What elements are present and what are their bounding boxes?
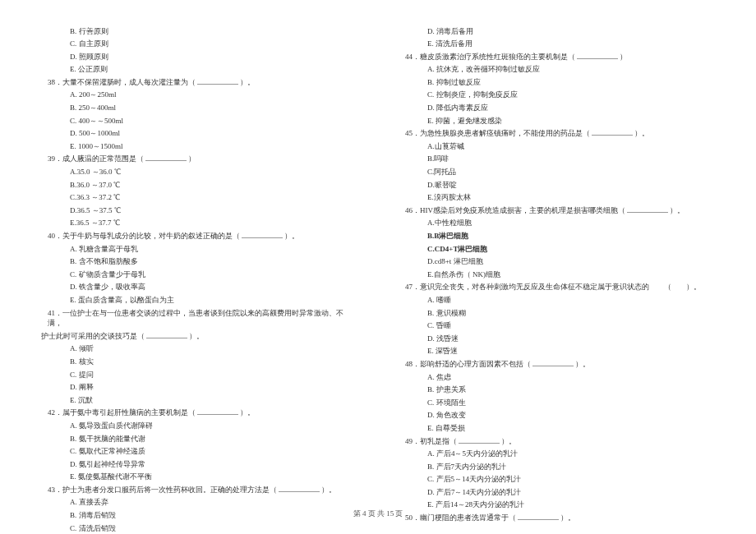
q39-opt-B: B.36.0 ～37.0 ℃ [41, 178, 357, 191]
q44-opt-E: E. 抑菌，避免继发感染 [399, 114, 715, 127]
question-49: 49．初乳是指（）。 [399, 435, 715, 448]
q47-opt-D: D. 浅昏迷 [399, 332, 715, 345]
blank-fill [197, 407, 238, 415]
q39-opt-A: A.35.0 ～36.0 ℃ [41, 166, 357, 179]
blank-fill [145, 154, 187, 161]
question-39: 39．成人腋温的正常范围是（） [41, 153, 357, 166]
question-41-line1: 41．一位护士在与一位患者交谈的过程中，当患者谈到住院以来的高额费用时异常激动、… [41, 306, 357, 329]
q38-opt-A: A. 200～250ml [41, 89, 357, 102]
question-45: 45．为急性胰腺炎患者解痉镇痛时，不能使用的药品是（）。 [399, 127, 715, 140]
q39-opt-D: D.36.5 ～37.5 ℃ [41, 204, 357, 217]
q43-opt-E: E. 清洗后备用 [399, 38, 715, 51]
q44-opt-A: A. 抗休克，改善循环抑制过敏反应 [399, 63, 715, 76]
q44-opt-C: C. 控制炎症，抑制免疫反应 [399, 89, 715, 102]
q40-opt-D: D. 铁含量少，吸收率高 [41, 281, 357, 294]
q44-opt-B: B. 抑制过敏反应 [399, 76, 715, 89]
q42-opt-D: D. 氨引起神经传导异常 [41, 458, 357, 471]
q43-opt-D: D. 消毒后备用 [399, 25, 715, 38]
q48-opt-B: B. 护患关系 [399, 384, 715, 397]
footer-prefix: 第 [353, 509, 362, 518]
q47-opt-E: E. 深昏迷 [399, 345, 715, 358]
blank-fill [627, 205, 668, 213]
question-46: 46．HIV感染后对免疫系统造成损害，主要的机理是损害哪类细胞（）。 [399, 204, 715, 217]
q43-opt-A: A. 直接丢弃 [41, 496, 357, 509]
q48-opt-A: A. 焦虑 [399, 371, 715, 384]
footer-total: 15 [386, 509, 394, 518]
q45-opt-A: A.山莨菪碱 [399, 140, 715, 153]
q37-opt-B: B. 行善原则 [41, 25, 357, 38]
q42-opt-E: E. 氨使氨基酸代谢不平衡 [41, 471, 357, 484]
q38-opt-C: C. 400～～500ml [41, 114, 357, 127]
q47-opt-C: C. 昏睡 [399, 320, 715, 333]
q37-opt-C: C. 自主原则 [41, 38, 357, 51]
q42-opt-B: B. 氨干扰脑的能量代谢 [41, 432, 357, 445]
blank-fill [592, 128, 633, 136]
blank-fill [197, 77, 238, 85]
q46-opt-D: D.cd8+t 淋巴细胞 [399, 255, 715, 269]
question-43: 43．护士为患者分发口服药后将一次性药杯收回。正确的处理方法是（）。 [41, 483, 357, 496]
q45-opt-E: E.溴丙胺太林 [399, 191, 715, 205]
q49-opt-C: C. 产后5～14天内分泌的乳汁 [399, 473, 715, 486]
q43-opt-C: C. 清洗后销毁 [41, 522, 357, 534]
blank-fill [532, 359, 574, 366]
q39-opt-E: E.36.5 ～37.7 ℃ [41, 217, 357, 230]
q41-opt-B: B. 核实 [41, 355, 357, 368]
question-44: 44．糖皮质激素治疗系统性红斑狼疮的主要机制是（） [399, 50, 715, 63]
q38-opt-E: E. 1000～1500ml [41, 140, 357, 153]
q42-opt-C: C. 氨取代正常神经递质 [41, 445, 357, 458]
q49-opt-B: B. 产后7天内分泌的乳汁 [399, 460, 715, 473]
q49-opt-A: A. 产后4～5天内分泌的乳汁 [399, 448, 715, 461]
blank-fill [577, 52, 618, 59]
q37-opt-E: E. 公正原则 [41, 63, 357, 76]
left-column: B. 行善原则C. 自主原则D. 照顾原则E. 公正原则38．大量不保留灌肠时，… [41, 25, 357, 493]
q39-opt-C: C.36.3 ～37.2 ℃ [41, 191, 357, 205]
question-38: 38．大量不保留灌肠时，成人每次灌注量为（）。 [41, 76, 357, 89]
q47-opt-B: B. 意识模糊 [399, 306, 715, 320]
blank-fill [459, 436, 500, 444]
q46-opt-E: E.自然杀伤（ NK)细胞 [399, 268, 715, 281]
q45-opt-C: C.阿托品 [399, 166, 715, 179]
question-41-line2: 护士此时可采用的交谈技巧是（）。 [41, 329, 357, 343]
question-48: 48．影响舒适的心理方面因素不包括（）。 [399, 357, 715, 371]
two-column-layout: B. 行善原则C. 自主原则D. 照顾原则E. 公正原则38．大量不保留灌肠时，… [41, 25, 715, 493]
q38-opt-D: D. 500～1000ml [41, 127, 357, 140]
q45-opt-D: D.哌替啶 [399, 178, 715, 191]
q40-opt-B: B. 含不饱和脂肪酸多 [41, 255, 357, 269]
footer-suffix: 页 [394, 509, 403, 518]
q48-opt-E: E. 自尊受损 [399, 421, 715, 435]
q46-opt-B: B.B淋巴细胞 [399, 230, 715, 243]
q41-opt-A: A. 倾听 [41, 343, 357, 356]
q41-opt-E: E. 沉默 [41, 394, 357, 407]
q42-opt-A: A. 氨导致蛋白质代谢障碍 [41, 419, 357, 432]
blank-fill [279, 485, 320, 492]
q48-opt-D: D. 角色改变 [399, 409, 715, 422]
q49-opt-D: D. 产后7～14天内分泌的乳汁 [399, 486, 715, 499]
question-47: 47．意识完全丧失，对各种刺激均无反应及生命体征不稳定属于意识状态的 （ ）。 [399, 281, 715, 294]
blank-fill [146, 331, 187, 338]
q37-opt-D: D. 照顾原则 [41, 50, 357, 63]
right-column: D. 消毒后备用E. 清洗后备用44．糖皮质激素治疗系统性红斑狼疮的主要机制是（… [399, 25, 715, 493]
q41-opt-D: D. 阐释 [41, 381, 357, 394]
q46-opt-A: A.中性粒细胞 [399, 217, 715, 230]
page-footer: 第 4 页 共 15 页 [0, 509, 756, 519]
blank-fill [242, 231, 283, 238]
q45-opt-B: B.吗啡 [399, 153, 715, 166]
q46-opt-C: C.CD4+T淋巴细胞 [399, 242, 715, 255]
q48-opt-C: C. 环境陌生 [399, 396, 715, 409]
question-40: 40．关于牛奶与母乳成分的比较，对牛奶的叙述正确的是（）。 [41, 230, 357, 243]
footer-middle: 页 共 [366, 509, 386, 518]
q40-opt-C: C. 矿物质含量少于母乳 [41, 268, 357, 281]
q47-opt-A: A. 嗜睡 [399, 293, 715, 306]
question-42: 42．属于氨中毒引起肝性脑病的主要机制是（）。 [41, 407, 357, 420]
q40-opt-A: A. 乳糖含量高于母乳 [41, 242, 357, 255]
q44-opt-D: D. 降低内毒素反应 [399, 102, 715, 115]
q41-opt-C: C. 提问 [41, 368, 357, 381]
q38-opt-B: B. 250～400ml [41, 102, 357, 115]
q40-opt-E: E. 蛋白质含量高，以酪蛋白为主 [41, 293, 357, 306]
